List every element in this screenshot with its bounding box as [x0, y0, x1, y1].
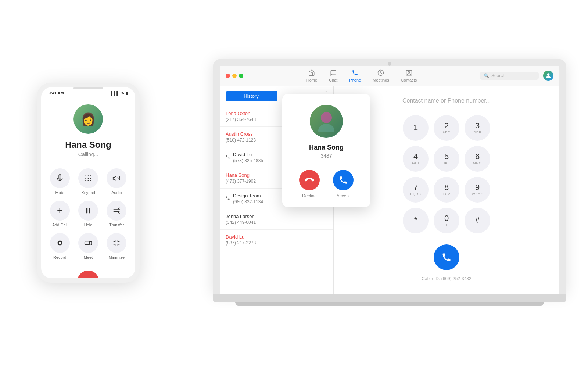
svg-point-1 — [88, 175, 89, 176]
decline-label: Decline — [302, 193, 317, 198]
call-incoming-icon — [226, 155, 230, 160]
mute-icon-circle — [50, 168, 70, 188]
dial-btn-3[interactable]: 3 DEF — [465, 115, 490, 141]
dial-btn-6[interactable]: 6 MNO — [465, 146, 490, 172]
close-button[interactable] — [226, 74, 230, 78]
phone-time: 9:41 AM — [49, 91, 64, 95]
dial-btn-1[interactable]: 1 — [403, 115, 429, 141]
dial-num-5: 5 — [444, 153, 449, 161]
phone-screen: 9:41 AM ▌▌▌ ∿ ▮ 👩 Hana Song Calling... — [41, 87, 135, 278]
dial-btn-7[interactable]: 7 PQRS — [403, 177, 429, 203]
nav-phone[interactable]: Phone — [349, 69, 361, 82]
nav-meetings[interactable]: Meetings — [373, 69, 389, 82]
search-bar[interactable]: 🔍 Search — [480, 72, 539, 80]
dial-num-4: 4 — [413, 153, 418, 161]
svg-point-13 — [59, 242, 61, 244]
dial-num-0: 0 — [444, 214, 449, 222]
svg-point-2 — [90, 175, 91, 176]
laptop-base — [213, 294, 566, 302]
add-call-button[interactable]: + Add Call — [49, 201, 71, 227]
contacts-label: Contacts — [401, 78, 417, 82]
chat-svg — [330, 69, 337, 76]
dial-btn-2[interactable]: 2 ABC — [434, 115, 459, 141]
nav-home[interactable]: Home — [306, 69, 317, 82]
keypad-button[interactable]: Keypad — [77, 168, 99, 195]
call-name-jenna: Jenna Larsen — [226, 214, 327, 219]
contacts-icon — [406, 69, 412, 77]
accept-icon — [338, 175, 348, 185]
dial-num-2: 2 — [444, 122, 449, 130]
accept-call-button[interactable]: Accept — [333, 170, 354, 198]
decline-icon — [305, 175, 314, 185]
svg-point-18 — [321, 112, 332, 123]
dial-btn-9[interactable]: 9 WXYZ — [465, 177, 490, 203]
audio-icon-circle — [107, 168, 126, 188]
dial-letters-2: ABC — [442, 130, 451, 134]
call-item-david-lu-2[interactable]: David Lu (837) 217-2278 — [220, 230, 333, 250]
meetings-svg — [377, 69, 384, 76]
call-item-jenna[interactable]: Jenna Larsen (342) 449-0041 — [220, 209, 333, 230]
dial-btn-8[interactable]: 8 TUV — [434, 177, 459, 203]
main-content: History Voicemail Lena Oxton (217) 364-7… — [220, 86, 559, 294]
dial-btn-0[interactable]: 0 + — [434, 208, 459, 233]
incoming-call-actions: Decline Accept — [299, 170, 354, 198]
phone-incoming-svg — [226, 155, 230, 159]
call-button-icon — [441, 252, 452, 262]
phone-caller-status: Calling... — [78, 151, 98, 157]
mute-button[interactable]: Mute — [49, 168, 71, 195]
decline-icon-circle — [299, 170, 320, 190]
svg-point-4 — [88, 178, 89, 179]
dial-num-9: 9 — [475, 183, 480, 192]
minimize-button[interactable]: Minimize — [105, 233, 128, 260]
transfer-label: Transfer — [109, 223, 124, 227]
incoming-caller-name: Hana Song — [309, 144, 344, 151]
mute-label: Mute — [55, 190, 64, 195]
dial-btn-5[interactable]: 5 JKL — [434, 146, 459, 172]
dial-letters-5: JKL — [443, 161, 450, 165]
dial-letters-8: TUV — [443, 192, 451, 196]
chat-icon — [330, 69, 337, 77]
nav-chat[interactable]: Chat — [329, 69, 337, 82]
laptop-camera — [388, 62, 391, 66]
user-avatar[interactable] — [543, 71, 553, 81]
meet-label: Meet — [84, 255, 93, 260]
audio-button[interactable]: Audio — [105, 168, 128, 195]
hold-button[interactable]: Hold — [77, 201, 99, 227]
phone-nav-icon — [352, 69, 358, 77]
add-call-label: Add Call — [52, 223, 68, 227]
end-call-button[interactable] — [77, 271, 99, 278]
hold-icon-circle — [78, 201, 98, 221]
laptop-foot — [235, 302, 544, 306]
svg-point-8 — [90, 180, 91, 181]
svg-rect-11 — [89, 208, 90, 213]
nav-contacts[interactable]: Contacts — [401, 69, 417, 82]
record-icon — [56, 239, 64, 247]
incoming-call-overlay: Hana Song 3487 — [282, 94, 370, 207]
dial-num-3: 3 — [475, 122, 480, 130]
dial-letters-7: PQRS — [410, 192, 421, 196]
dial-btn-hash[interactable]: # — [465, 208, 490, 233]
maximize-button[interactable] — [239, 74, 243, 78]
transfer-icon-circle — [107, 201, 126, 221]
decline-call-button[interactable]: Decline — [299, 170, 320, 198]
phone-pill — [74, 87, 103, 89]
incoming-caller-avatar — [310, 105, 343, 138]
history-tab[interactable]: History — [226, 91, 277, 101]
add-call-icon-circle: + — [50, 201, 70, 221]
minimize-window-button[interactable] — [232, 74, 237, 78]
meet-button[interactable]: Meet — [77, 233, 99, 260]
laptop-body: Home Chat — [213, 59, 566, 294]
minimize-icon — [112, 239, 121, 247]
transfer-button[interactable]: Transfer — [105, 201, 128, 227]
record-button[interactable]: Record — [49, 233, 71, 260]
wifi-icon: ∿ — [121, 91, 124, 96]
call-number-david2: (837) 217-2278 — [226, 240, 327, 246]
app-window: Home Chat — [220, 66, 559, 294]
dial-btn-star[interactable]: * — [403, 208, 429, 233]
phone-number-input[interactable]: Contact name or Phone number... — [402, 97, 491, 104]
call-name-david2: David Lu — [226, 234, 327, 240]
signal-bars-icon: ▌▌▌ — [111, 91, 119, 95]
svg-point-7 — [88, 180, 89, 181]
dial-btn-4[interactable]: 4 GHI — [403, 146, 429, 172]
make-call-button[interactable] — [434, 244, 459, 270]
